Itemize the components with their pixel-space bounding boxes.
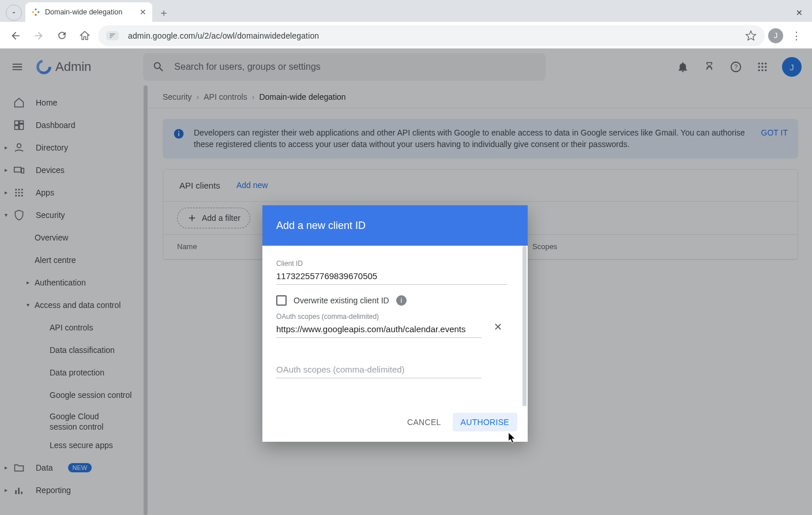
tab-close-button[interactable]: ✕ bbox=[140, 7, 146, 17]
arrow-left-icon bbox=[10, 30, 21, 42]
arrow-right-icon bbox=[33, 30, 44, 42]
home-outline-icon bbox=[79, 30, 91, 42]
profile-button[interactable]: J bbox=[768, 28, 783, 43]
client-id-label: Client ID bbox=[276, 260, 514, 268]
new-tab-button[interactable]: ＋ bbox=[156, 5, 172, 21]
admin-favicon-icon bbox=[31, 7, 40, 17]
tab-title: Domain-wide delegation bbox=[45, 8, 122, 16]
browser-toolbar: admin.google.com/u/2/ac/owl/domainwidede… bbox=[0, 22, 812, 48]
authorise-button[interactable]: AUTHORISE bbox=[453, 413, 517, 431]
reload-icon bbox=[57, 30, 67, 41]
star-outline-icon bbox=[745, 30, 757, 42]
scope-input-2[interactable] bbox=[276, 361, 482, 378]
overwrite-checkbox[interactable] bbox=[276, 295, 287, 306]
window-controls: ✕ bbox=[796, 8, 812, 22]
browser-chrome: Domain-wide delegation ✕ ＋ ✕ admin.googl… bbox=[0, 0, 812, 48]
modal-scrollbar[interactable] bbox=[522, 246, 527, 406]
nav-reload-button[interactable] bbox=[52, 26, 72, 46]
browser-tab[interactable]: Domain-wide delegation ✕ bbox=[25, 2, 152, 22]
window-close-button[interactable]: ✕ bbox=[796, 8, 803, 17]
tab-search-button[interactable] bbox=[6, 5, 22, 21]
cursor-icon bbox=[507, 432, 517, 445]
chevron-down-icon bbox=[10, 9, 17, 16]
bookmark-button[interactable] bbox=[745, 30, 757, 42]
tab-strip: Domain-wide delegation ✕ ＋ ✕ bbox=[0, 0, 812, 22]
add-client-modal: Add a new client ID Client ID Overwrite … bbox=[262, 205, 528, 442]
scopes-label: OAuth scopes (comma-delimited) bbox=[276, 313, 514, 321]
app-viewport: Admin Search for users, groups or settin… bbox=[0, 48, 812, 515]
omnibox[interactable]: admin.google.com/u/2/ac/owl/domainwidede… bbox=[98, 25, 765, 46]
nav-forward-button[interactable] bbox=[29, 26, 48, 46]
nav-back-button[interactable] bbox=[6, 26, 25, 46]
clear-scope-button[interactable]: ✕ bbox=[494, 321, 502, 333]
tune-icon bbox=[109, 32, 116, 39]
site-info-chip[interactable] bbox=[106, 31, 119, 40]
url-text: admin.google.com/u/2/ac/owl/domainwidede… bbox=[126, 31, 738, 40]
cancel-button[interactable]: CANCEL bbox=[399, 413, 449, 431]
browser-menu-button[interactable]: ⋮ bbox=[787, 29, 806, 42]
nav-home-button[interactable] bbox=[75, 26, 95, 46]
info-tooltip-icon[interactable]: i bbox=[396, 295, 407, 306]
scope-input-1[interactable] bbox=[276, 321, 482, 338]
client-id-input[interactable] bbox=[276, 268, 507, 285]
overwrite-label: Overwrite existing client ID bbox=[294, 296, 389, 305]
modal-title: Add a new client ID bbox=[262, 205, 528, 246]
